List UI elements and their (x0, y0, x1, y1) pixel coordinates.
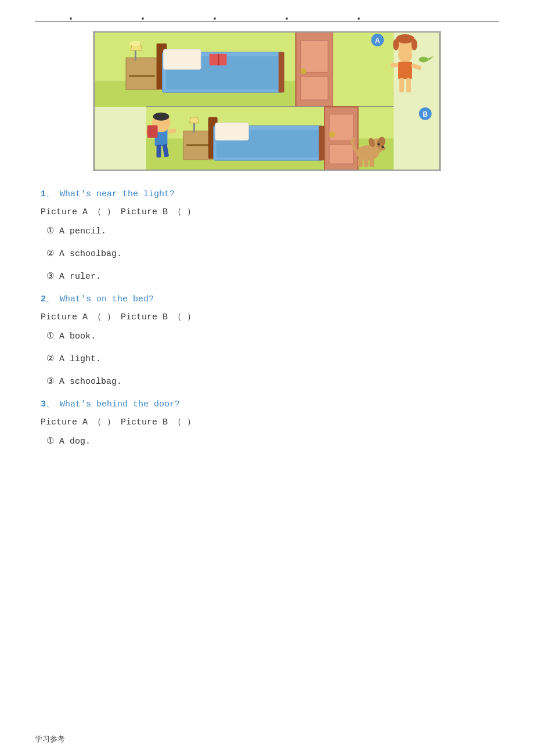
dot-1 (70, 17, 72, 20)
svg-rect-22 (398, 62, 412, 80)
question-2-number: 2 (41, 294, 46, 304)
svg-rect-68 (370, 159, 374, 167)
svg-rect-27 (399, 78, 404, 92)
questions-area: 1、 What's near the light? Picture A （ ） … (35, 188, 499, 447)
question-2-title: 2、 What's on the bed? (41, 293, 493, 304)
dot-3 (214, 17, 216, 20)
question-2-option-1: ① A book. (41, 330, 493, 341)
question-1-option-1: ① A pencil. (41, 225, 493, 236)
question-3-title: 3、 What's behind the door? (41, 398, 493, 409)
svg-rect-41 (157, 145, 161, 157)
question-1-block: 1、 What's near the light? Picture A （ ） … (41, 188, 493, 282)
svg-point-31 (419, 57, 428, 63)
svg-point-65 (381, 146, 384, 148)
svg-marker-49 (189, 117, 199, 123)
svg-rect-57 (329, 145, 353, 164)
svg-rect-47 (186, 144, 210, 146)
svg-rect-67 (364, 159, 369, 167)
svg-rect-54 (319, 126, 324, 161)
svg-rect-18 (333, 32, 394, 107)
question-1-number: 1 (41, 189, 46, 199)
dot-2 (142, 17, 144, 20)
svg-rect-13 (218, 54, 219, 66)
svg-point-40 (153, 113, 169, 121)
question-1-option-2: ② A schoolbag. (41, 248, 493, 259)
question-2-block: 2、 What's on the bed? Picture A （ ） Pict… (41, 293, 493, 387)
svg-point-17 (301, 68, 306, 74)
svg-rect-30 (411, 63, 422, 71)
svg-rect-48 (193, 123, 195, 133)
question-1-option-3: ③ A ruler. (41, 271, 493, 282)
svg-rect-16 (301, 77, 329, 100)
svg-text:A: A (375, 37, 380, 45)
svg-rect-4 (135, 51, 136, 61)
bedroom-illustration: A B (93, 31, 441, 171)
question-2-picture-line: Picture A （ ） Picture B （ ） (41, 311, 493, 322)
dot-5 (358, 17, 360, 20)
top-line-area (35, 12, 499, 20)
dot-line (35, 17, 499, 20)
page-container: A B (0, 0, 534, 756)
question-1-title: 1、 What's near the light? (41, 188, 493, 199)
svg-rect-11 (279, 52, 284, 92)
svg-point-25 (393, 39, 399, 51)
svg-rect-29 (391, 63, 398, 67)
question-1-picture-line: Picture A （ ） Picture B （ ） (41, 206, 493, 217)
svg-rect-3 (129, 75, 155, 77)
svg-rect-45 (147, 125, 158, 138)
question-3-block: 3、 What's behind the door? Picture A （ ）… (41, 398, 493, 447)
question-3-option-1: ① A dog. (41, 435, 493, 447)
question-3-picture-line: Picture A （ ） Picture B （ ） (41, 416, 493, 427)
question-2-option-3: ③ A schoolbag. (41, 376, 493, 387)
svg-rect-15 (301, 41, 329, 73)
question-3-number: 3 (41, 399, 46, 409)
svg-point-63 (377, 143, 380, 145)
svg-rect-12 (210, 54, 227, 66)
svg-marker-32 (428, 56, 434, 61)
svg-point-24 (396, 34, 414, 44)
svg-point-26 (412, 39, 417, 51)
svg-rect-53 (215, 123, 249, 141)
svg-point-6 (129, 41, 141, 46)
svg-rect-66 (358, 159, 363, 167)
svg-rect-28 (406, 78, 411, 92)
svg-rect-2 (126, 58, 158, 90)
dot-4 (286, 17, 288, 20)
footer-text: 学习参考 (35, 734, 65, 744)
question-2-option-2: ② A light. (41, 353, 493, 364)
svg-point-58 (329, 132, 335, 138)
svg-rect-10 (164, 49, 201, 70)
svg-text:B: B (423, 110, 428, 118)
